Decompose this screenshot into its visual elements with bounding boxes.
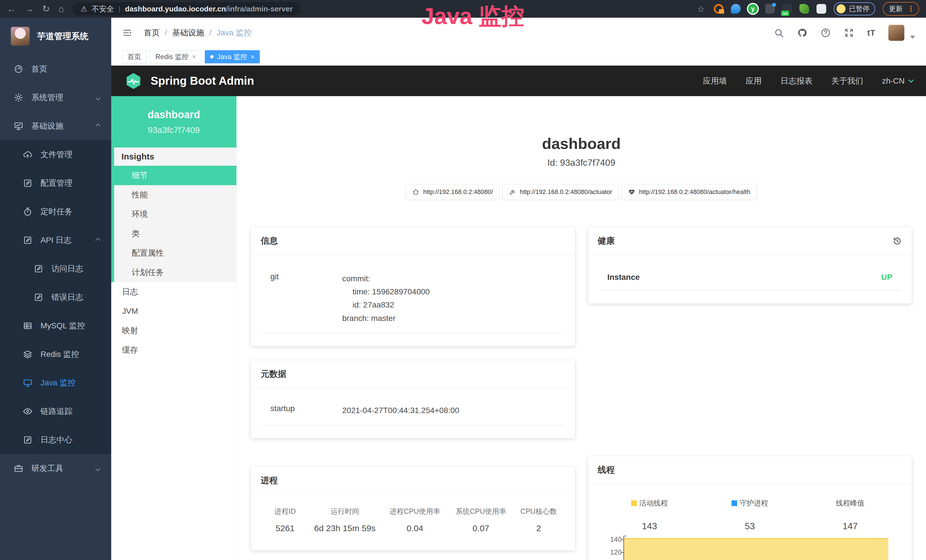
avatar-caret-icon[interactable]	[910, 36, 915, 39]
sba-nav-scheduled-tasks[interactable]: 计划任务	[114, 263, 236, 282]
edit-icon	[34, 264, 43, 274]
sba-nav-jvm[interactable]: JVM	[111, 301, 236, 321]
paused-profile-pill[interactable]: 已暂停	[834, 2, 875, 15]
y-axis-tick	[621, 552, 623, 553]
browser-update-button[interactable]: 更新 ⋮	[883, 2, 919, 16]
tags-view-bar: 首页 Redis 监控 × Java 监控 ×	[111, 48, 926, 66]
sidebar-item-api-logs[interactable]: API 日志	[0, 226, 111, 254]
sba-nav-mappings[interactable]: 映射	[111, 321, 236, 341]
chevron-down-icon	[908, 77, 914, 82]
metadata-card: 元数据 startup 2021-04-27T00:44:31.254+08:0…	[251, 360, 575, 438]
extension-y-icon[interactable]: y	[748, 4, 758, 14]
sidebar-item-label: 定时任务	[41, 206, 73, 217]
tab-java-monitor[interactable]: Java 监控 ×	[205, 50, 260, 64]
locale-label: zh-CN	[882, 76, 905, 86]
info-git-row: git commit: time: 1596289704000 id: 27aa…	[262, 272, 563, 333]
fullscreen-icon[interactable]	[844, 28, 854, 38]
github-icon[interactable]	[797, 28, 807, 38]
info-value: commit: time: 1596289704000 id: 27aa832 …	[342, 272, 563, 325]
sidebar-item-java-monitor[interactable]: Java 监控	[0, 369, 111, 397]
page-title: dashboard	[237, 135, 926, 152]
breadcrumb-home[interactable]: 首页	[144, 27, 160, 38]
browser-menu-icon[interactable]: ⋮	[907, 5, 915, 14]
threads-chart: 140 120 100	[599, 536, 900, 560]
extension-switch-icon[interactable]: on	[782, 4, 792, 14]
font-size-icon[interactable]: tT	[867, 28, 875, 38]
history-icon[interactable]	[892, 236, 902, 246]
sidebar-item-file-management[interactable]: 文件管理	[0, 140, 111, 169]
sba-nav-metrics[interactable]: 性能	[114, 185, 236, 204]
management-url-button[interactable]: http://192.168.0.2:48080/actuator	[502, 184, 619, 200]
close-icon[interactable]: ×	[192, 53, 196, 61]
sidebar-item-log-center[interactable]: 日志中心	[0, 425, 111, 454]
sba-nav-details[interactable]: 细节	[111, 166, 236, 185]
sba-instance-sidebar: dashboard 93a3fc7f7409 Insights 细节 性能 环境…	[111, 96, 237, 560]
sidebar-item-system-management[interactable]: 系统管理	[0, 83, 111, 112]
info-key: git	[262, 272, 342, 325]
sidebar-item-redis-monitor[interactable]: Redis 监控	[0, 340, 111, 369]
browser-back-icon[interactable]: ←	[7, 4, 16, 14]
user-avatar[interactable]	[888, 25, 904, 41]
sba-nav-classes[interactable]: 类	[114, 224, 236, 243]
browser-reload-icon[interactable]: ↻	[42, 4, 50, 14]
sba-nav-config-props[interactable]: 配置属性	[114, 243, 236, 263]
sba-nav-wallboard[interactable]: 应用墙	[703, 76, 727, 86]
sba-nav-about[interactable]: 关于我们	[831, 76, 863, 86]
tab-home[interactable]: 首页	[122, 50, 147, 64]
chevron-up-icon	[95, 124, 100, 129]
cloud-upload-icon	[23, 150, 33, 159]
y-axis-tick	[621, 539, 623, 540]
extension-leaf-icon[interactable]	[799, 4, 809, 14]
sidebar-item-label: Java 监控	[41, 377, 76, 388]
sidebar-logo-row[interactable]: 芋道管理系统	[0, 18, 111, 55]
extensions-puzzle-icon[interactable]	[817, 4, 826, 14]
java-monitor-annotation: Java 监控	[422, 1, 524, 32]
edit-icon	[23, 435, 33, 445]
sidebar-item-config-management[interactable]: 配置管理	[0, 169, 111, 197]
browser-home-icon[interactable]: ⌂	[59, 4, 64, 14]
tab-redis-monitor[interactable]: Redis 监控 ×	[150, 50, 201, 64]
sidebar-item-tracing[interactable]: 链路追踪	[0, 397, 111, 425]
sba-nav-applications[interactable]: 应用	[746, 76, 762, 86]
home-icon	[412, 189, 419, 195]
extension-colorzilla-icon[interactable]	[714, 4, 723, 14]
sidebar-item-label: API 日志	[41, 235, 71, 246]
sba-nav-environment[interactable]: 环境	[114, 204, 236, 224]
hamburger-fold-icon[interactable]	[122, 28, 132, 38]
sidebar-item-error-logs[interactable]: 错误日志	[0, 283, 111, 312]
sba-nav-journal[interactable]: 日志报表	[781, 76, 813, 86]
service-url-button[interactable]: http://192.168.0.2:48080/	[406, 184, 500, 200]
sba-locale-select[interactable]: zh-CN	[882, 76, 913, 86]
sba-brand-title[interactable]: Spring Boot Admin	[151, 74, 254, 87]
breadcrumb-infrastructure[interactable]: 基础设施	[172, 27, 204, 38]
header-actions: tT	[774, 25, 915, 41]
sidebar-item-infrastructure[interactable]: 基础设施	[0, 112, 111, 140]
sidebar-item-home[interactable]: 首页	[0, 55, 111, 83]
sidebar-item-scheduled-tasks[interactable]: 定时任务	[0, 197, 111, 226]
extension-grid-icon[interactable]	[765, 4, 775, 14]
sidebar-item-mysql-monitor[interactable]: MySQL 监控	[0, 312, 111, 340]
close-icon[interactable]: ×	[250, 53, 254, 61]
bookmark-star-icon[interactable]: ☆	[697, 4, 705, 14]
insecure-warning-icon: ⚠	[80, 5, 87, 14]
sba-nav-loggers[interactable]: 日志	[111, 282, 236, 301]
address-bar[interactable]: ⚠ 不安全 | dashboard.yudao.iocoder.cn/infra…	[73, 2, 301, 15]
process-col-header: 系统CPU使用率	[448, 507, 514, 516]
process-col-header: 进程CPU使用率	[382, 507, 448, 516]
sidebar-item-access-logs[interactable]: 访问日志	[0, 254, 111, 283]
health-instance-row[interactable]: Instance UP	[599, 273, 900, 291]
instance-header[interactable]: dashboard 93a3fc7f7409	[111, 96, 236, 147]
live-threads-legend-icon	[631, 500, 637, 506]
help-icon[interactable]	[820, 28, 831, 38]
search-icon[interactable]	[774, 28, 784, 38]
peak-threads-stat: 线程峰值 147	[800, 498, 900, 531]
sba-nav-caches[interactable]: 缓存	[111, 341, 236, 360]
edit-icon	[23, 235, 33, 245]
security-label[interactable]: 不安全	[92, 4, 114, 14]
sidebar-item-dev-tools[interactable]: 研发工具	[0, 454, 111, 483]
health-url-button[interactable]: http://192.168.0.2:48080/actuator/health	[622, 184, 757, 200]
browser-forward-icon[interactable]: →	[24, 4, 34, 14]
url-host: dashboard.yudao.iocoder.cn	[125, 5, 226, 13]
extension-pin-icon[interactable]	[731, 4, 741, 14]
sidebar-item-label: 首页	[31, 64, 47, 74]
